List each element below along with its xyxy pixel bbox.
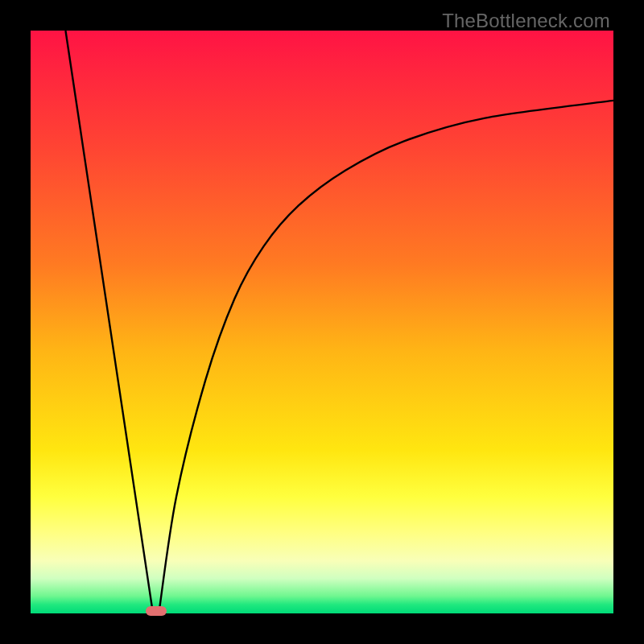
bottleneck-marker xyxy=(146,606,167,616)
plot-area xyxy=(31,31,613,613)
curve-right-branch xyxy=(159,101,613,613)
chart-frame: TheBottleneck.com xyxy=(0,0,644,644)
curve-left-branch xyxy=(65,31,153,613)
curve-layer xyxy=(31,31,613,613)
watermark-text: TheBottleneck.com xyxy=(442,10,610,32)
